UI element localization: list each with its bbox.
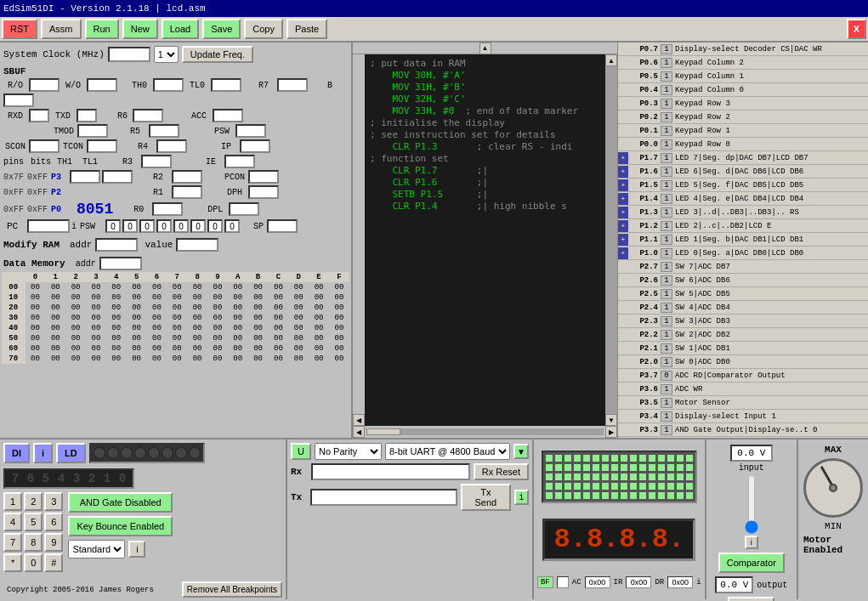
sysclock-input[interactable]: 12.0 [108,47,150,62]
pin-expand-13[interactable]: + [618,220,628,232]
rxd-input[interactable]: 1 [29,109,49,122]
close-button[interactable]: X [847,19,866,39]
num-0[interactable]: 0 [24,553,43,572]
num-3[interactable]: 3 [44,492,63,511]
psw-bit-0[interactable] [105,219,121,233]
r2-input[interactable]: 0x00 [172,170,202,184]
psw-input[interactable]: 0x00 [235,124,266,138]
dpl-input[interactable]: 0x00 [229,202,259,216]
tx-info-button[interactable]: i [514,490,529,505]
psw-bit-5[interactable] [190,219,206,233]
num-4[interactable]: 4 [3,513,22,531]
addr-input[interactable]: 0x00 [95,238,138,252]
tx-send-button[interactable]: Tx Send [461,484,511,511]
num-5[interactable]: 5 [24,513,43,531]
r4-input[interactable]: 0x00 [156,139,187,153]
num-star[interactable]: * [3,553,22,572]
wo-input[interactable]: 0x00 [87,78,117,92]
comparator-button[interactable]: Comparator [718,553,785,573]
key-bounce-button[interactable]: Key Bounce Enabled [68,516,173,536]
new-button[interactable]: New [122,19,158,39]
num-6[interactable]: 6 [44,513,63,531]
psw-bit-1[interactable] [122,219,138,233]
load-button[interactable]: Load [162,19,199,39]
dr-input[interactable] [667,576,693,588]
pin-expand-15[interactable]: + [618,247,628,259]
acc-input[interactable]: 0x00 [213,109,243,122]
pcon-input[interactable]: 0x00 [248,170,279,184]
ie-input[interactable]: 0x00 [224,155,255,168]
r3-input[interactable]: 0x00 [141,155,172,168]
pc-input[interactable]: 0x0000 [27,219,70,233]
psw-bit-4[interactable] [173,219,189,233]
r6-input[interactable]: 0x00 [133,109,163,122]
baud-select[interactable]: 8-bit UART @ 4800 Baud [385,443,510,460]
paste-button[interactable]: Paste [286,19,327,39]
run-button[interactable]: Run [85,19,119,39]
pin-expand-9[interactable]: + [618,166,628,178]
voltage-slider[interactable] [743,474,760,534]
pin-expand-12[interactable]: + [618,207,628,218]
tho-input[interactable]: 0x00 [153,78,184,92]
ac-input[interactable] [585,576,610,588]
ip-input[interactable]: 0x00 [240,139,270,153]
psw-bit-6[interactable] [207,219,223,233]
r5-input[interactable]: 0x00 [149,124,179,138]
r7-input[interactable]: 0x00 [277,78,308,92]
rst-button[interactable]: RST [2,19,37,39]
ir-input[interactable] [626,576,651,588]
r1b-input[interactable]: 0x00 [172,185,202,199]
and-gate-button[interactable]: AND Gate Disabled [68,492,173,513]
scroll-up-button[interactable]: ▲ [479,43,491,54]
dph-input[interactable]: 0x00 [248,185,279,199]
txd-input[interactable]: 1 [77,109,97,122]
standard-info-button[interactable]: i [128,541,145,558]
num-2[interactable]: 2 [24,492,43,511]
num-1[interactable]: 1 [3,492,22,511]
uart-tx-input[interactable] [310,489,457,506]
sp-input[interactable]: 0x07 [267,219,298,233]
freq-select[interactable]: 124 [154,46,179,63]
scroll-v-up-button[interactable]: ▲ [605,54,617,66]
pin-expand-10[interactable]: + [618,179,628,191]
scroll-h-left-button[interactable]: ◀ [353,426,365,438]
value-input[interactable]: 0x00 [176,238,218,252]
num-8[interactable]: 8 [24,533,43,552]
scon-input[interactable]: 0x00 [29,139,60,153]
psw-bit-7[interactable] [224,219,240,233]
slider-info-button[interactable]: i [745,536,758,549]
save-button[interactable]: Save [202,19,241,39]
tlo-input[interactable]: 0x00 [211,78,241,92]
scroll-left-button[interactable]: ◀ [353,414,365,426]
parity-select[interactable]: No Parity Even Parity Odd Parity [315,443,382,460]
num-7[interactable]: 7 [3,533,22,552]
tcon-input[interactable]: 0x00 [87,139,117,153]
uart-u-button[interactable]: U [291,443,311,460]
i-button[interactable]: i [33,443,53,463]
num-hash[interactable]: # [44,553,63,572]
code-editor[interactable]: ; put data in RAM MOV 30H, #'A' MOV 31H,… [365,54,605,426]
pin-expand-14[interactable]: + [618,234,628,246]
update-freq-button[interactable]: Update Freq. [182,46,253,63]
psw-bit-3[interactable] [156,219,172,233]
uart-info-button[interactable]: ▼ [513,444,529,459]
standard-select[interactable]: Standard [68,540,125,558]
di-button[interactable]: DI [3,443,30,463]
p3-th1[interactable]: 0x00 [70,170,100,184]
psw-bit-2[interactable] [139,219,155,233]
scroll-v-down-button[interactable]: ▼ [605,414,617,426]
bf-input[interactable] [557,576,569,588]
scroll-h-right-button[interactable]: ▶ [605,426,617,438]
rx-reset-button[interactable]: Rx Reset [474,463,529,480]
pin-expand-11[interactable]: + [618,193,628,205]
b-input[interactable]: 0x00 [3,94,34,107]
scope-button[interactable]: Scope [728,597,774,601]
r0b-input[interactable]: 0x00 [152,202,183,216]
num-9[interactable]: 9 [44,533,63,552]
copy-button[interactable]: Copy [244,19,283,39]
pin-expand-8[interactable]: + [618,152,628,164]
uart-rx-input[interactable] [311,463,470,480]
tmod-input[interactable]: 0x00 [77,124,108,138]
p3-tl1[interactable]: 0x00 [102,170,133,184]
assm-button[interactable]: Assm [41,19,82,39]
